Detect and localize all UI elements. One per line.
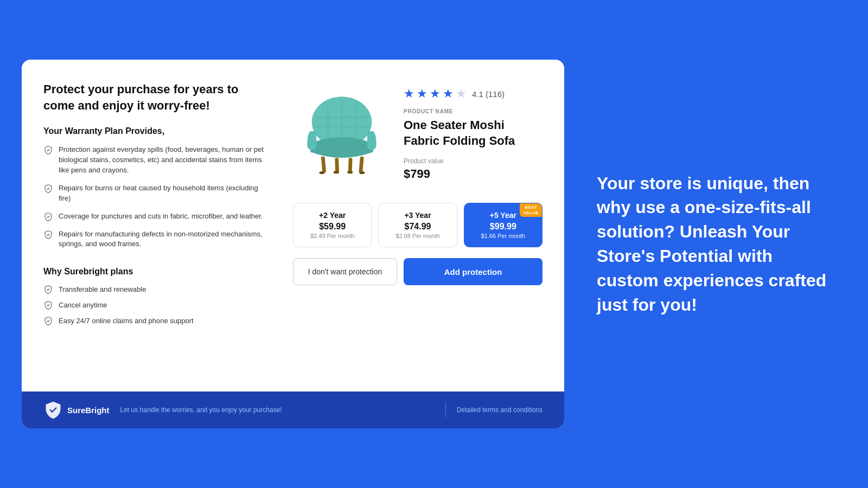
chair-image (296, 85, 388, 177)
star-4: ★ (443, 87, 454, 101)
plan-5year-monthly: $1.66 Per month (471, 233, 535, 239)
footer-tagline: Let us handle the worries, and you enjoy… (120, 406, 435, 414)
plan-3year-price: $74.99 (385, 222, 450, 232)
right-side-text-area: Your store is unique, then why use a one… (564, 150, 868, 339)
right-side-text: Your store is unique, then why use a one… (597, 171, 835, 317)
rating-text: 4.1 (116) (472, 89, 505, 99)
star-5: ★ (456, 87, 467, 101)
right-panel: ★ ★ ★ ★ ★ 4.1 (116) PRODUCT NAME One Sea… (293, 81, 542, 375)
main-container: Protect your purchase for years to come … (0, 0, 868, 488)
product-name: One Seater Moshi Fabric Folding Sofa (404, 118, 542, 149)
footer-logo-text: SureBright (67, 406, 110, 415)
warranty-text-3: Coverage for punctures and cuts in fabri… (59, 211, 263, 222)
warranty-item-3: Coverage for punctures and cuts in fabri… (43, 211, 271, 222)
shield-icon-1 (43, 145, 53, 155)
product-image-area (293, 81, 391, 181)
shield-icon-4 (43, 230, 53, 240)
svg-point-11 (319, 171, 324, 174)
plan-card-5year[interactable]: BESTVALUE +5 Year $99.99 $1.66 Per month (464, 203, 542, 247)
card-footer: SureBright Let us handle the worries, an… (22, 391, 564, 428)
star-2: ★ (417, 87, 427, 101)
stars-row: ★ ★ ★ ★ ★ 4.1 (116) (404, 87, 542, 101)
warranty-text-4: Repairs for manufacturing defects in non… (59, 229, 271, 250)
star-1: ★ (404, 87, 414, 101)
plan-2year-price: $59.99 (300, 222, 365, 232)
warranty-item-1: Protection against everyday spills (food… (43, 145, 271, 176)
why-heading: Why Surebright plans (43, 267, 271, 277)
svg-point-12 (334, 171, 339, 174)
no-protection-button[interactable]: I don't want protection (293, 258, 397, 285)
shield-icon-3 (43, 212, 53, 222)
warranty-text-1: Protection against everyday spills (food… (59, 145, 271, 176)
why-text-3: Easy 24/7 online claims and phone suppor… (59, 317, 194, 325)
plan-card-3year[interactable]: +3 Year $74.99 $2.08 Per month (378, 203, 457, 247)
footer-divider (445, 402, 446, 418)
svg-point-14 (359, 171, 365, 174)
svg-rect-10 (359, 157, 363, 173)
shield-icon-2 (43, 184, 53, 194)
plan-3year-monthly: $2.08 Per month (385, 233, 450, 239)
svg-rect-9 (348, 158, 353, 172)
why-text-1: Transferable and renewable (59, 285, 146, 293)
warranty-item-2: Repairs for burns or heat caused by hous… (43, 183, 271, 204)
plan-2year-years: +2 Year (300, 211, 365, 220)
product-value-label: Product value (404, 157, 542, 165)
why-item-1: Transferable and renewable (43, 284, 271, 294)
plan-options: +2 Year $59.99 $2.49 Per month +3 Year $… (293, 203, 542, 247)
plan-card-2year[interactable]: +2 Year $59.99 $2.49 Per month (293, 203, 372, 247)
warranty-text-2: Repairs for burns or heat caused by hous… (59, 183, 271, 204)
warranty-list: Protection against everyday spills (food… (43, 145, 271, 249)
add-protection-button[interactable]: Add protection (404, 258, 542, 285)
plan-2year-monthly: $2.49 Per month (300, 233, 365, 239)
action-buttons: I don't want protection Add protection (293, 258, 542, 285)
best-value-badge: BESTVALUE (520, 203, 542, 217)
why-list: Transferable and renewable Cancel anytim… (43, 284, 271, 326)
product-name-label: PRODUCT NAME (404, 108, 542, 114)
why-shield-icon-2 (43, 300, 53, 310)
footer-logo: SureBright (43, 400, 110, 420)
footer-terms-link[interactable]: Detailed terms and conditions (457, 406, 542, 414)
svg-rect-8 (335, 158, 339, 172)
why-shield-icon-1 (43, 285, 53, 294)
card-body: Protect your purchase for years to come … (22, 60, 564, 391)
why-shield-icon-3 (43, 316, 53, 326)
product-info: ★ ★ ★ ★ ★ 4.1 (116) PRODUCT NAME One Sea… (404, 81, 542, 181)
plan-5year-price: $99.99 (471, 222, 535, 232)
warranty-item-4: Repairs for manufacturing defects in non… (43, 229, 271, 250)
product-price: $799 (404, 167, 542, 181)
surebright-logo-icon (43, 400, 63, 420)
star-3: ★ (430, 87, 441, 101)
left-panel: Protect your purchase for years to come … (43, 81, 271, 375)
warranty-heading: Your Warranty Plan Provides, (43, 126, 271, 136)
why-text-2: Cancel anytime (59, 301, 107, 309)
warranty-card: Protect your purchase for years to come … (22, 60, 564, 428)
svg-rect-7 (321, 157, 326, 173)
why-item-2: Cancel anytime (43, 300, 271, 310)
main-title: Protect your purchase for years to come … (43, 81, 271, 113)
why-item-3: Easy 24/7 online claims and phone suppor… (43, 316, 271, 326)
plan-3year-years: +3 Year (385, 211, 450, 220)
product-top: ★ ★ ★ ★ ★ 4.1 (116) PRODUCT NAME One Sea… (293, 81, 542, 181)
svg-point-13 (347, 171, 353, 174)
